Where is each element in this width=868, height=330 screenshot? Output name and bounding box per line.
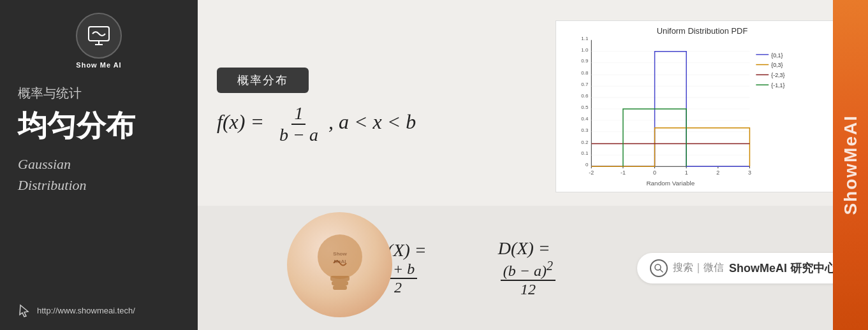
svg-rect-51	[333, 285, 347, 290]
svg-text:0: 0	[585, 162, 589, 168]
chart-title: Uniform Distribution PDF	[657, 25, 748, 35]
subtitle-text: 概率与统计	[18, 84, 82, 102]
wechat-badge: 搜索｜微信 ShowMeAI 研究中心	[637, 253, 849, 283]
search-label: 搜索｜微信	[673, 261, 724, 275]
url-text[interactable]: http://www.showmeai.tech/	[37, 306, 135, 315]
svg-text:1.1: 1.1	[581, 35, 589, 41]
sidebar: Show Me AI 概率与统计 均匀分布 Gaussian Distribut…	[0, 0, 198, 330]
svg-text:Random Variable: Random Variable	[646, 180, 695, 187]
cursor-icon	[18, 303, 32, 317]
italic-line1: Gaussian Distribution	[18, 154, 87, 196]
bottom-section: Show MeAI E(X) = a + b 2 D(X) = (b − a)2…	[198, 206, 868, 330]
svg-rect-50	[332, 281, 348, 285]
svg-text:{0,1}: {0,1}	[771, 52, 783, 58]
watermark-strip: ShowMeAI	[833, 0, 868, 330]
top-section: 概率分布 f(x) = 1 b − a , a < x < b Uniform …	[198, 0, 868, 206]
svg-text:0.8: 0.8	[581, 70, 589, 76]
variance-formula: D(X) = (b − a)2 12	[498, 238, 612, 298]
bottom-formulas: E(X) = a + b 2 D(X) = (b − a)2 12	[376, 238, 849, 298]
svg-text:-1: -1	[621, 169, 626, 176]
formula-left: 概率分布 f(x) = 1 b − a , a < x < b	[217, 68, 536, 145]
svg-text:0.5: 0.5	[581, 104, 589, 110]
svg-text:2: 2	[716, 169, 719, 176]
svg-point-48	[318, 234, 362, 279]
svg-text:0: 0	[653, 169, 656, 176]
svg-text:1: 1	[685, 169, 688, 176]
bulb-decoration: Show MeAI	[287, 212, 392, 317]
svg-text:{-2,3}: {-2,3}	[771, 72, 784, 78]
svg-text:0.7: 0.7	[581, 82, 589, 87]
svg-text:3: 3	[748, 169, 751, 176]
svg-text:0.2: 0.2	[581, 139, 589, 145]
svg-text:0.9: 0.9	[581, 58, 589, 64]
svg-text:MeAI: MeAI	[334, 259, 346, 264]
search-icon	[650, 259, 668, 277]
chart-area: Uniform Distribution PDF -2 -1 0	[555, 20, 849, 192]
pdf-formula: f(x) = 1 b − a , a < x < b	[217, 103, 416, 145]
svg-text:0.1: 0.1	[581, 150, 589, 156]
svg-text:{0,3}: {0,3}	[771, 62, 783, 68]
main-content: 概率分布 f(x) = 1 b − a , a < x < b Uniform …	[198, 0, 868, 330]
bulb-icon: Show MeAI	[298, 224, 381, 306]
tag-button: 概率分布	[217, 68, 309, 93]
svg-text:1.0: 1.0	[581, 47, 589, 52]
logo-text: Show Me AI	[76, 61, 121, 69]
svg-text:0.3: 0.3	[581, 127, 589, 133]
svg-rect-49	[330, 276, 349, 281]
uniform-pdf-chart: Uniform Distribution PDF -2 -1 0	[556, 21, 848, 192]
svg-text:-2: -2	[589, 169, 594, 176]
svg-text:0.6: 0.6	[581, 93, 589, 99]
svg-text:{-1,1}: {-1,1}	[771, 82, 784, 89]
logo-circle	[76, 13, 122, 59]
url-area: http://www.showmeai.tech/	[18, 297, 135, 317]
brand-name: ShowMeAI 研究中心	[729, 261, 836, 276]
logo-area: Show Me AI	[76, 13, 122, 69]
svg-line-55	[660, 269, 663, 272]
svg-text:0.4: 0.4	[581, 115, 589, 121]
main-title-text: 均匀分布	[18, 110, 135, 142]
monitor-icon	[86, 23, 112, 48]
svg-text:Show: Show	[333, 251, 347, 257]
watermark-text: ShowMeAI	[841, 115, 861, 215]
